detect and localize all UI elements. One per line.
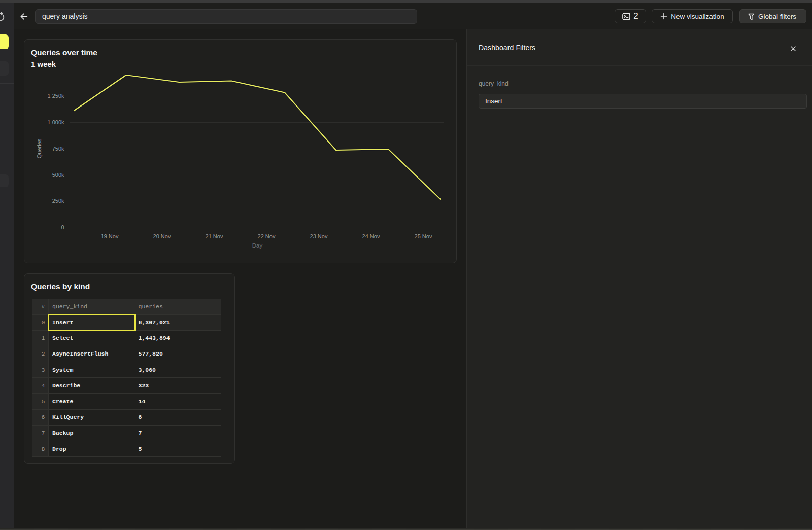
svg-text:750k: 750k [52,146,64,152]
svg-text:20 Nov: 20 Nov [153,233,171,239]
svg-text:19 Nov: 19 Nov [101,233,119,239]
svg-text:250k: 250k [52,198,64,204]
svg-text:1 250k: 1 250k [47,93,64,99]
svg-text:0: 0 [61,224,64,230]
svg-text:Queries: Queries [36,138,42,158]
svg-text:25 Nov: 25 Nov [415,233,432,239]
svg-text:Day: Day [252,242,263,249]
svg-text:500k: 500k [52,172,64,178]
svg-text:1 000k: 1 000k [47,119,64,125]
svg-text:21 Nov: 21 Nov [206,233,223,239]
svg-text:24 Nov: 24 Nov [362,233,380,239]
svg-text:23 Nov: 23 Nov [310,233,328,239]
svg-text:22 Nov: 22 Nov [258,233,276,239]
